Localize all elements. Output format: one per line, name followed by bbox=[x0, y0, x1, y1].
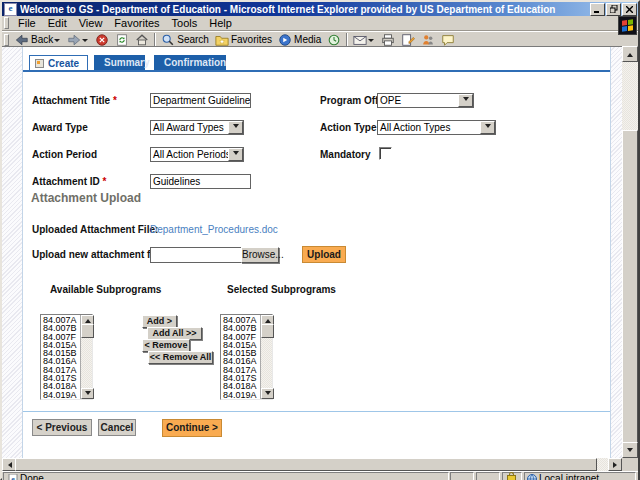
browser-window: e Welcome to GS - Department of Educatio… bbox=[0, 0, 640, 480]
close-button[interactable] bbox=[622, 3, 637, 16]
tab-summary[interactable]: Summary bbox=[94, 55, 145, 70]
remove-all-button[interactable]: << Remove All bbox=[148, 351, 213, 364]
search-button[interactable]: Search bbox=[158, 32, 212, 47]
toolbar-grip[interactable] bbox=[4, 34, 9, 46]
restore-button[interactable] bbox=[606, 3, 621, 16]
toolbar-separator bbox=[154, 33, 156, 46]
home-button[interactable] bbox=[132, 32, 152, 47]
back-icon bbox=[15, 33, 29, 47]
dropdown-button[interactable] bbox=[458, 94, 473, 107]
menu-item[interactable]: File bbox=[12, 17, 42, 29]
previous-button[interactable]: < Previous bbox=[32, 419, 92, 436]
refresh-icon bbox=[115, 33, 129, 47]
menu-grip[interactable] bbox=[4, 17, 9, 29]
attachment-id-label: Attachment ID * bbox=[32, 176, 106, 187]
scrollbar-corner bbox=[622, 458, 638, 471]
scroll-down-icon[interactable] bbox=[261, 388, 274, 399]
chevron-down-icon bbox=[233, 124, 239, 131]
required-asterisk: * bbox=[113, 95, 117, 106]
upload-button[interactable]: Upload bbox=[302, 246, 346, 263]
status-panel bbox=[476, 472, 500, 480]
back-label: Back bbox=[31, 34, 53, 45]
cancel-button[interactable]: Cancel bbox=[98, 419, 136, 436]
tab-confirmation[interactable]: Confirmation bbox=[154, 55, 226, 70]
back-button[interactable]: Back bbox=[12, 32, 64, 47]
edit-icon bbox=[401, 33, 415, 47]
award-type-label: Award Type bbox=[32, 122, 88, 133]
messenger-button[interactable] bbox=[418, 32, 438, 47]
media-button[interactable]: Media bbox=[275, 32, 324, 47]
listbox-option[interactable]: 84.019A bbox=[43, 391, 80, 399]
mandatory-checkbox[interactable] bbox=[379, 147, 392, 160]
messenger-icon bbox=[421, 33, 435, 47]
forward-dropdown-icon[interactable] bbox=[82, 39, 88, 45]
tab-create[interactable]: Create bbox=[29, 55, 88, 71]
required-asterisk: * bbox=[103, 176, 107, 187]
status-text: Done bbox=[20, 473, 44, 480]
edit-button[interactable] bbox=[398, 32, 418, 47]
menu-item[interactable]: Tools bbox=[166, 17, 204, 29]
security-zone-text: Local intranet bbox=[539, 473, 599, 480]
horizontal-scrollbar[interactable] bbox=[2, 458, 622, 471]
chevron-down-icon bbox=[233, 151, 239, 158]
history-button[interactable] bbox=[324, 32, 344, 47]
title-bar: e Welcome to GS - Department of Educatio… bbox=[2, 2, 638, 16]
status-panel bbox=[450, 472, 474, 480]
back-dropdown-icon[interactable] bbox=[54, 39, 60, 45]
dropdown-button[interactable] bbox=[480, 121, 495, 134]
dropdown-button[interactable] bbox=[228, 121, 243, 134]
award-type-select[interactable]: All Award Types bbox=[150, 120, 244, 135]
available-subprograms-listbox[interactable]: 84.007A84.007B84.007F84.015A84.015B84.01… bbox=[40, 314, 93, 400]
security-zone-panel: Local intranet bbox=[524, 472, 636, 480]
minimize-button[interactable] bbox=[590, 3, 605, 16]
refresh-button[interactable] bbox=[112, 32, 132, 47]
menu-item[interactable]: View bbox=[73, 17, 109, 29]
listbox-scrollbar[interactable] bbox=[260, 315, 272, 399]
scroll-left-icon[interactable] bbox=[2, 458, 16, 471]
page-left-margin bbox=[2, 47, 23, 459]
vertical-scrollbar[interactable] bbox=[622, 46, 638, 458]
home-icon bbox=[135, 33, 149, 47]
menu-items: FileEditViewFavoritesToolsHelp bbox=[12, 17, 238, 29]
print-icon bbox=[381, 33, 395, 47]
print-button[interactable] bbox=[378, 32, 398, 47]
action-type-select[interactable]: All Action Types bbox=[377, 120, 496, 135]
uploaded-file-link[interactable]: Department_Procedures.doc bbox=[150, 224, 278, 235]
scrollbar-thumb[interactable] bbox=[622, 130, 638, 444]
attachment-title-input[interactable]: Department Guidelines bbox=[150, 93, 251, 108]
scrollbar-thumb[interactable] bbox=[81, 324, 94, 338]
dropdown-button[interactable] bbox=[228, 148, 243, 161]
chevron-down-icon bbox=[463, 97, 469, 104]
selected-subprograms-listbox[interactable]: 84.007A84.007B84.007F84.015A84.015B84.01… bbox=[220, 314, 273, 400]
favorites-label: Favorites bbox=[231, 34, 272, 45]
favorites-button[interactable]: Favorites bbox=[212, 32, 275, 47]
discuss-button[interactable] bbox=[438, 32, 458, 47]
upload-file-input[interactable] bbox=[150, 247, 242, 263]
action-period-select[interactable]: All Action Periods bbox=[150, 147, 244, 162]
page-content: Create Summary Confirmation Attachment T… bbox=[2, 46, 622, 459]
scrollbar-thumb[interactable] bbox=[15, 458, 597, 471]
stop-button[interactable] bbox=[92, 32, 112, 47]
selected-subprograms-label: Selected Subprograms bbox=[227, 284, 336, 295]
scroll-down-icon[interactable] bbox=[81, 388, 94, 399]
scroll-up-icon[interactable] bbox=[622, 46, 638, 62]
scroll-right-icon[interactable] bbox=[608, 458, 622, 471]
menu-item[interactable]: Help bbox=[203, 17, 238, 29]
menu-item[interactable]: Edit bbox=[42, 17, 73, 29]
chevron-down-icon bbox=[485, 124, 491, 131]
discuss-icon bbox=[441, 33, 455, 47]
scrollbar-thumb[interactable] bbox=[261, 324, 274, 338]
listbox-scrollbar[interactable] bbox=[80, 315, 92, 399]
browse-button[interactable]: Browse... bbox=[241, 247, 279, 263]
mail-button[interactable] bbox=[350, 32, 378, 47]
mail-dropdown-icon[interactable] bbox=[368, 39, 374, 45]
forward-button[interactable] bbox=[64, 32, 92, 47]
menu-item[interactable]: Favorites bbox=[108, 17, 165, 29]
create-tab-icon bbox=[35, 59, 44, 68]
attachment-id-input[interactable]: Guidelines bbox=[150, 174, 251, 189]
continue-button[interactable]: Continue > bbox=[162, 419, 222, 437]
listbox-option[interactable]: 84.019A bbox=[223, 391, 260, 399]
program-office-select[interactable]: OPE bbox=[377, 93, 474, 108]
media-icon bbox=[278, 33, 292, 47]
scroll-down-icon[interactable] bbox=[622, 442, 638, 458]
